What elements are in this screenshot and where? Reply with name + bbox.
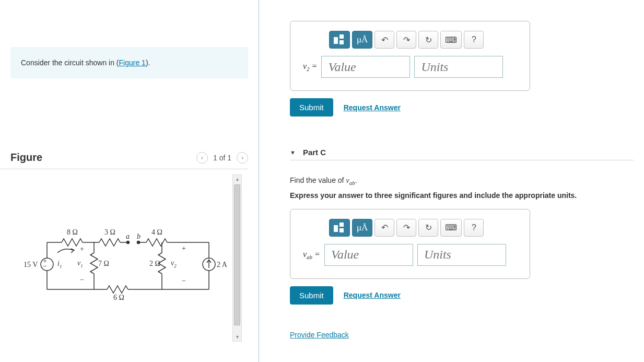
figure-pager: ‹ 1 of 1 › [196, 152, 248, 164]
figure-link[interactable]: Figure 1 [119, 59, 146, 67]
v1-plus: + [80, 245, 84, 253]
undo-button[interactable]: ↶ [374, 219, 394, 237]
answer-card-part-c: μÅ ↶ ↷ ↻ ⌨ ? vab = [290, 209, 530, 279]
templates-button[interactable] [329, 219, 350, 237]
figure-scrollbar[interactable]: ▴ ▾ [232, 174, 242, 342]
label-vs: 15 V [24, 261, 38, 268]
units-button[interactable]: μÅ [352, 31, 372, 49]
label-r6: 6 Ω [113, 294, 124, 301]
label-b: b [137, 232, 140, 240]
request-answer-link[interactable]: Request Answer [344, 291, 401, 299]
submit-button[interactable]: Submit [290, 98, 333, 116]
value-input[interactable] [324, 244, 413, 266]
v1-minus: − [80, 276, 84, 284]
label-v1: v1 [77, 259, 83, 268]
reset-button[interactable]: ↻ [418, 31, 438, 49]
var-label-vab: vab = [303, 250, 320, 260]
answer-toolbar: μÅ ↶ ↷ ↻ ⌨ ? [329, 219, 517, 237]
templates-button[interactable] [329, 31, 350, 49]
part-c-prompt: Find the value of vab. [290, 176, 634, 186]
problem-intro: Consider the circuit shown in (Figure 1)… [10, 47, 248, 78]
svg-point-4 [137, 241, 140, 244]
request-answer-link[interactable]: Request Answer [344, 103, 401, 112]
submit-button[interactable]: Submit [290, 286, 333, 305]
provide-feedback-link[interactable]: Provide Feedback [290, 331, 349, 339]
undo-button[interactable]: ↶ [374, 31, 394, 49]
help-button[interactable]: ? [464, 31, 484, 49]
label-r2: 2 Ω [149, 260, 160, 267]
label-r7: 7 Ω [98, 260, 109, 267]
collapse-icon: ▼ [290, 149, 296, 156]
scroll-up-icon: ▴ [233, 175, 241, 183]
part-c-title: Part C [303, 148, 326, 157]
keyboard-button[interactable]: ⌨ [440, 31, 462, 49]
part-c-header[interactable]: ▼ Part C [290, 148, 634, 160]
part-c-instruction: Express your answer to three significant… [290, 191, 634, 200]
label-r3: 3 Ω [104, 228, 115, 236]
keyboard-button[interactable]: ⌨ [440, 219, 462, 237]
scroll-thumb[interactable] [234, 184, 240, 325]
pager-text: 1 of 1 [213, 154, 231, 162]
units-input[interactable] [414, 56, 503, 78]
units-button[interactable]: μÅ [352, 219, 372, 237]
scroll-down-icon: ▾ [233, 333, 241, 341]
figure-next-button[interactable]: › [237, 152, 248, 164]
figure-prev-button[interactable]: ‹ [196, 152, 208, 164]
var-label-v2: v2 = [303, 62, 317, 72]
vs-minus: − [43, 262, 47, 270]
label-v2: v2 [171, 259, 177, 268]
label-r8: 8 Ω [67, 228, 78, 236]
v2-minus: − [182, 277, 186, 285]
label-i1: i1 [57, 260, 62, 269]
figure-title: Figure [0, 151, 42, 164]
redo-button[interactable]: ↷ [396, 31, 416, 49]
label-a: a [126, 232, 130, 240]
answer-toolbar: μÅ ↶ ↷ ↻ ⌨ ? [329, 31, 517, 49]
figure-header: Figure ‹ 1 of 1 › [0, 151, 248, 169]
reset-button[interactable]: ↻ [418, 219, 438, 237]
redo-button[interactable]: ↷ [396, 219, 416, 237]
v2-plus: + [182, 244, 186, 252]
svg-point-3 [127, 241, 130, 244]
label-is: 2 A [217, 261, 228, 268]
circuit-diagram: 8 Ω 3 Ω 4 Ω a b + − 15 V i1 + v1 − 7 Ω 2… [21, 221, 230, 316]
value-input[interactable] [321, 56, 410, 78]
units-input[interactable] [417, 244, 506, 266]
help-button[interactable]: ? [464, 219, 484, 237]
label-r4: 4 Ω [151, 228, 162, 236]
intro-text: Consider the circuit shown in ( [21, 59, 119, 67]
answer-card-part-b: μÅ ↶ ↷ ↻ ⌨ ? v2 = [290, 21, 530, 91]
